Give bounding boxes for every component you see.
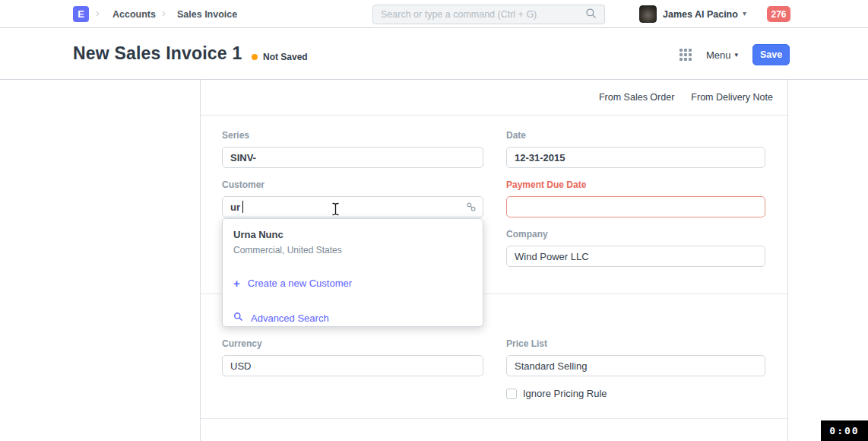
customer-autocomplete-dropdown: Urna Nunc Commercial, United States + Cr… <box>222 218 483 327</box>
global-search-input[interactable] <box>372 5 605 24</box>
link-icon[interactable] <box>466 201 477 215</box>
chevron-down-icon: ▾ <box>743 9 746 17</box>
payment-due-date-label: Payment Due Date <box>506 179 765 190</box>
user-name[interactable]: James Al Pacino <box>663 9 738 20</box>
create-new-customer-button[interactable]: + Create a new Customer <box>233 278 472 289</box>
advanced-search-button[interactable]: Advanced Search <box>233 311 472 325</box>
text-caret <box>242 201 243 213</box>
save-button[interactable]: Save <box>752 44 790 65</box>
ignore-pricing-rule-field: Ignore Pricing Rule <box>506 388 765 399</box>
plus-icon: + <box>233 278 240 288</box>
create-new-customer-label: Create a new Customer <box>248 278 352 289</box>
from-delivery-note-button[interactable]: From Delivery Note <box>691 92 773 103</box>
notification-count-badge[interactable]: 276 <box>767 6 790 22</box>
from-sales-order-button[interactable]: From Sales Order <box>599 92 674 103</box>
price-list-input[interactable] <box>506 355 765 376</box>
price-list-label: Price List <box>506 338 765 349</box>
app-logo[interactable]: E <box>73 6 89 22</box>
date-label: Date <box>506 130 765 141</box>
form-toolbar: From Sales Order From Delivery Note <box>201 80 787 116</box>
price-list-field: Price List <box>506 338 765 376</box>
recording-timer: 0:00 <box>821 420 868 441</box>
company-input[interactable] <box>506 246 765 267</box>
customer-result-subtitle: Commercial, United States <box>233 245 472 255</box>
breadcrumb-chevron-icon: › <box>96 7 100 19</box>
ignore-pricing-rule-label: Ignore Pricing Rule <box>523 388 607 399</box>
date-field: Date <box>506 130 765 168</box>
top-navbar: E › Accounts › Sales Invoice James Al Pa… <box>0 0 868 28</box>
company-field: Company <box>506 229 765 267</box>
chevron-down-icon: ▾ <box>734 51 738 59</box>
workspace-grid-icon[interactable] <box>680 49 692 61</box>
breadcrumb-accounts[interactable]: Accounts <box>112 9 156 20</box>
mouse-ibeam-cursor <box>331 202 340 219</box>
series-label: Series <box>222 130 483 141</box>
user-avatar[interactable] <box>639 5 657 23</box>
search-icon <box>233 311 243 325</box>
list-item[interactable]: Urna Nunc Commercial, United States <box>233 229 472 255</box>
customer-label: Customer <box>222 179 483 190</box>
series-input[interactable] <box>222 147 483 168</box>
date-input[interactable] <box>506 147 765 168</box>
company-label: Company <box>506 229 765 240</box>
status-dot-icon <box>252 54 258 60</box>
status-indicator: Not Saved <box>252 52 308 62</box>
breadcrumb-sales-invoice[interactable]: Sales Invoice <box>177 9 237 20</box>
currency-input[interactable] <box>222 355 483 376</box>
currency-label: Currency <box>222 338 483 349</box>
form-section-stock: Update Stock <box>201 419 787 441</box>
currency-field: Currency <box>222 338 483 376</box>
payment-due-date-input[interactable] <box>506 196 765 217</box>
breadcrumb-chevron-icon: › <box>162 7 166 19</box>
menu-button[interactable]: Menu ▾ <box>706 49 738 61</box>
payment-due-date-field: Payment Due Date <box>506 179 765 217</box>
customer-field: Customer <box>222 179 483 217</box>
advanced-search-label: Advanced Search <box>251 313 329 324</box>
page-title: New Sales Invoice 1 <box>73 43 242 64</box>
series-field: Series <box>222 130 483 168</box>
menu-button-label: Menu <box>706 49 731 61</box>
page-header: New Sales Invoice 1 Not Saved Menu ▾ Sav… <box>0 28 868 80</box>
ignore-pricing-rule-checkbox[interactable] <box>506 389 517 399</box>
form-card: From Sales Order From Delivery Note Seri… <box>200 80 788 441</box>
customer-input[interactable] <box>222 196 483 217</box>
customer-result-title: Urna Nunc <box>233 229 472 240</box>
search-icon <box>585 8 597 22</box>
status-text: Not Saved <box>263 52 308 62</box>
